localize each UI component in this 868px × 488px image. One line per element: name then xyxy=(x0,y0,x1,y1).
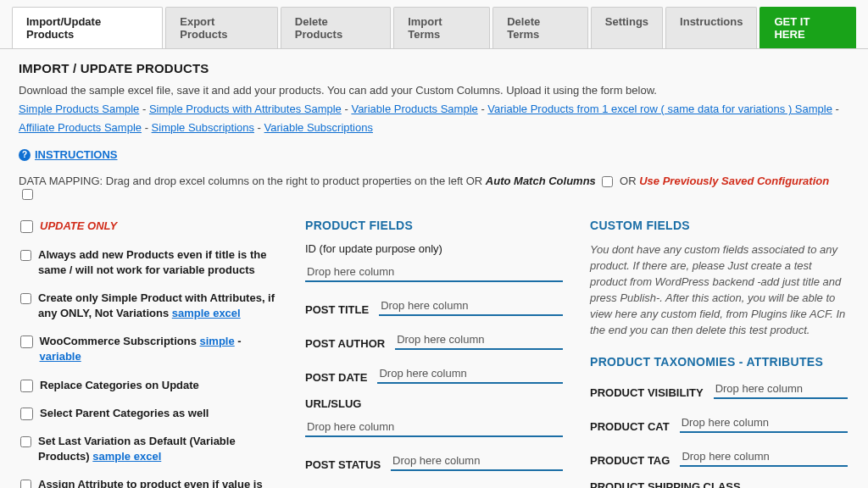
tab-import-update[interactable]: Import/Update Products xyxy=(12,7,163,48)
auto-match-label: Auto Match Columns xyxy=(486,175,596,187)
option-create-simple[interactable]: Create only Simple Product with Attribut… xyxy=(20,291,278,321)
label-product-cat: PRODUCT CAT xyxy=(590,420,670,433)
prev-config-label: Use Previously Saved Configuration xyxy=(639,175,829,187)
option-replace-cat[interactable]: Replace Categories on Update xyxy=(20,378,278,393)
drop-post-title[interactable]: Drop here column xyxy=(379,296,563,316)
label-post-title: POST TITLE xyxy=(305,303,369,316)
label-last-var: Set Last Variation as Default (Variable … xyxy=(38,434,278,464)
instructions-link[interactable]: ? INSTRUCTIONS xyxy=(19,148,118,161)
auto-match-checkbox[interactable] xyxy=(602,176,613,187)
checkbox-select-parent[interactable] xyxy=(20,408,33,420)
drop-product-cat[interactable]: Drop here column xyxy=(680,413,848,433)
drop-url-slug[interactable]: Drop here column xyxy=(305,417,563,437)
drop-product-visibility[interactable]: Drop here column xyxy=(714,379,848,399)
label-post-author: POST AUTHOR xyxy=(305,337,385,350)
label-post-status: POST STATUS xyxy=(305,458,381,471)
link-variable-1row-sample[interactable]: Variable Products from 1 excel row ( sam… xyxy=(487,103,832,115)
options-column: UPDATE ONLY Always add new Products even… xyxy=(20,219,278,488)
drop-product-tag[interactable]: Drop here column xyxy=(680,446,848,467)
label-assign-attr: Assign Attribute to product even if valu… xyxy=(38,477,278,488)
link-last-var-sample[interactable]: sample excel xyxy=(92,450,161,463)
question-circle-icon: ? xyxy=(19,149,31,161)
mapping-prefix: DATA MAPPING: Drag and drop excel column… xyxy=(19,175,486,187)
checkbox-always-add[interactable] xyxy=(20,249,31,262)
label-url-slug: URL/SLUG xyxy=(305,397,563,410)
custom-fields-note: You dont have any custom fields associat… xyxy=(590,242,848,338)
mapping-or: OR xyxy=(620,175,639,187)
option-assign-attr[interactable]: Assign Attribute to product even if valu… xyxy=(20,477,278,488)
link-simple-subs[interactable]: Simple Subscriptions xyxy=(152,121,254,134)
tab-import-terms[interactable]: Import Terms xyxy=(393,7,490,48)
drop-post-content[interactable]: Drop here column xyxy=(402,485,563,488)
label-always-add: Always add new Products even if title is… xyxy=(38,247,278,278)
label-product-shipping: PRODUCT SHIPPING CLASS xyxy=(590,480,848,488)
tab-get-it-here[interactable]: GET IT HERE xyxy=(760,7,856,48)
tab-settings[interactable]: Settings xyxy=(591,7,663,48)
tab-instructions[interactable]: Instructions xyxy=(665,7,757,48)
link-woo-variable[interactable]: variable xyxy=(40,350,81,363)
label-product-tag: PRODUCT TAG xyxy=(590,454,670,467)
product-fields-title: PRODUCT FIELDS xyxy=(305,219,563,232)
taxonomies-title: PRODUCT TAXONOMIES - ATTRIBUTES xyxy=(590,355,848,369)
id-label: ID (for update purpose only) xyxy=(305,242,563,255)
checkbox-replace-cat[interactable] xyxy=(20,380,33,392)
checkbox-assign-attr[interactable] xyxy=(20,479,31,488)
option-update-only[interactable]: UPDATE ONLY xyxy=(20,219,278,234)
checkbox-last-var[interactable] xyxy=(20,435,31,448)
page-title: IMPORT / UPDATE PRODUCTS xyxy=(19,61,849,75)
product-fields-column: PRODUCT FIELDS ID (for update purpose on… xyxy=(305,219,563,488)
custom-fields-column: CUSTOM FIELDS You dont have any custom f… xyxy=(590,219,848,488)
link-simple-attr-sample[interactable]: Simple Products with Attributes Sample xyxy=(149,103,342,115)
label-woo-subs: WooCommerce Subscriptions simple - varia… xyxy=(40,334,278,364)
label-select-parent: Select Parent Categories as well xyxy=(40,406,209,421)
sample-links-row: Simple Products Sample - Simple Products… xyxy=(19,100,849,137)
intro-text: Download the sample excel file, save it … xyxy=(19,84,849,97)
drop-post-status[interactable]: Drop here column xyxy=(391,451,563,471)
drop-id[interactable]: Drop here column xyxy=(305,262,563,282)
label-create-simple: Create only Simple Product with Attribut… xyxy=(38,291,278,321)
option-select-parent[interactable]: Select Parent Categories as well xyxy=(20,406,278,421)
link-variable-sample[interactable]: Variable Products Sample xyxy=(351,103,477,115)
option-woo-subs[interactable]: WooCommerce Subscriptions simple - varia… xyxy=(20,334,278,364)
label-post-date: POST DATE xyxy=(305,371,367,384)
tab-delete-products[interactable]: Delete Products xyxy=(281,7,391,48)
drop-post-author[interactable]: Drop here column xyxy=(395,330,563,350)
prev-config-checkbox[interactable] xyxy=(22,189,33,200)
checkbox-create-simple[interactable] xyxy=(20,292,31,305)
checkbox-woo-subs[interactable] xyxy=(20,336,33,348)
checkbox-update-only[interactable] xyxy=(20,220,33,233)
link-affiliate-sample[interactable]: Affiliate Products Sample xyxy=(19,121,142,134)
option-always-add[interactable]: Always add new Products even if title is… xyxy=(20,247,278,278)
mapping-row: DATA MAPPING: Drag and drop excel column… xyxy=(19,175,849,200)
link-woo-simple[interactable]: simple xyxy=(200,335,235,347)
tab-export[interactable]: Export Products xyxy=(165,7,278,48)
tab-delete-terms[interactable]: Delete Terms xyxy=(492,7,588,48)
tab-bar: Import/Update Products Export Products D… xyxy=(0,0,868,49)
custom-fields-title: CUSTOM FIELDS xyxy=(590,219,848,232)
link-variable-subs[interactable]: Variable Subscriptions xyxy=(264,121,373,134)
link-simple-sample[interactable]: Simple Products Sample xyxy=(19,103,139,115)
link-create-simple-sample[interactable]: sample excel xyxy=(172,307,241,319)
label-product-visibility: PRODUCT VISIBILITY xyxy=(590,386,704,399)
drop-post-date[interactable]: Drop here column xyxy=(377,363,563,384)
label-update-only: UPDATE ONLY xyxy=(40,219,117,234)
instructions-link-label: INSTRUCTIONS xyxy=(35,148,118,161)
label-replace-cat: Replace Categories on Update xyxy=(40,378,199,393)
option-last-var[interactable]: Set Last Variation as Default (Variable … xyxy=(20,434,278,464)
